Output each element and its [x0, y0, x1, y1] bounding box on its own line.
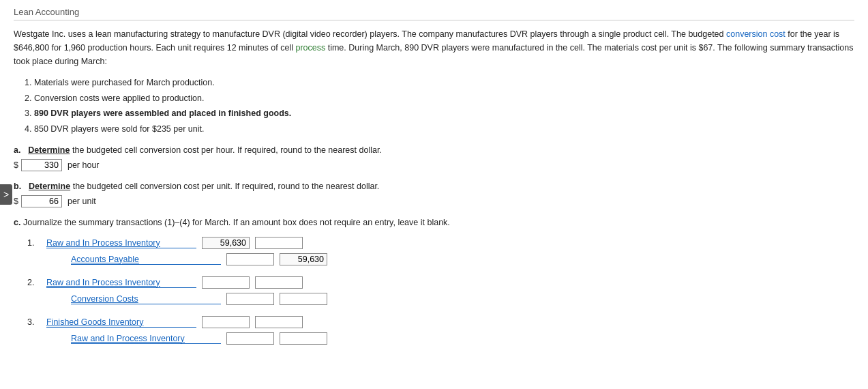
section-a-input[interactable]	[21, 159, 62, 171]
side-arrow[interactable]: >	[0, 184, 12, 205]
intro-text-1: Westgate Inc. uses a lean manufacturing …	[14, 29, 726, 39]
entry-3-credit-input-top[interactable]	[255, 316, 303, 328]
transactions-list: Materials were purchased for March produ…	[34, 75, 854, 136]
journal-entry-2-credit-row: Conversion Costs	[27, 293, 854, 305]
entry-1-debit-input-bottom[interactable]	[226, 253, 274, 265]
intro-paragraph: Westgate Inc. uses a lean manufacturing …	[14, 27, 854, 68]
section-a-label: Determine	[28, 145, 70, 155]
list-item: 850 DVR players were sold for $235 per u…	[34, 121, 854, 137]
entry-2-credit-input-top[interactable]	[255, 276, 303, 289]
list-item: Materials were purchased for March produ…	[34, 75, 854, 91]
entry-2-number: 2.	[27, 278, 46, 287]
entry-2-credit-input[interactable]	[280, 293, 327, 305]
process-link[interactable]: process	[295, 43, 325, 53]
section-c-letter: c.	[14, 218, 20, 227]
journal-entry-3: 3. Finished Goods Inventory Raw and In P…	[27, 316, 854, 345]
entry-2-debit-input-bottom[interactable]	[226, 293, 274, 305]
conversion-cost-link[interactable]: conversion cost	[726, 29, 785, 39]
section-a-letter: a.	[14, 145, 20, 155]
entry-3-debit-input-bottom[interactable]	[226, 332, 274, 345]
section-c-text: Journalize the summary transactions (1)–…	[23, 218, 450, 227]
entry-3-number: 3.	[27, 317, 46, 327]
section-a: a. Determine the budgeted cell conversio…	[14, 145, 854, 171]
section-c: c. Journalize the summary transactions (…	[14, 217, 854, 227]
section-b-letter: b.	[14, 182, 21, 191]
list-item-bold: 890 DVR players were assembled and place…	[34, 109, 291, 118]
entry-1-debit-account: Raw and In Process Inventory	[46, 238, 196, 248]
section-a-dollar: $	[14, 160, 18, 170]
entry-2-credit-account: Conversion Costs	[71, 294, 221, 304]
section-b-text: the budgeted cell conversion cost per un…	[73, 182, 380, 191]
section-a-unit: per hour	[68, 160, 100, 170]
journal-entry-1: 1. Raw and In Process Inventory Accounts…	[27, 237, 854, 265]
journal-entry-1-credit-row: Accounts Payable	[27, 253, 854, 265]
journal-entry-2: 2. Raw and In Process Inventory Conversi…	[27, 276, 854, 305]
list-item: 890 DVR players were assembled and place…	[34, 106, 854, 121]
section-b-label: Determine	[29, 182, 70, 191]
entry-3-credit-input[interactable]	[280, 332, 327, 345]
entry-1-credit-input-top[interactable]	[255, 237, 303, 249]
journal-entry-2-debit-row: 2. Raw and In Process Inventory	[27, 276, 854, 289]
journal-entry-3-debit-row: 3. Finished Goods Inventory	[27, 316, 854, 328]
entry-1-credit-account: Accounts Payable	[71, 255, 221, 265]
section-a-text: the budgeted cell conversion cost per ho…	[72, 145, 382, 155]
section-a-input-row: $ per hour	[14, 159, 854, 171]
entry-1-number: 1.	[27, 238, 46, 248]
journal-entry-1-debit-row: 1. Raw and In Process Inventory	[27, 237, 854, 249]
list-item: Conversion costs were applied to product…	[34, 91, 854, 106]
entry-1-credit-input[interactable]	[280, 253, 327, 265]
entry-3-debit-account: Finished Goods Inventory	[46, 317, 196, 328]
page-header: Lean Accounting	[14, 7, 854, 20]
section-b-dollar: $	[14, 197, 18, 206]
entry-3-credit-account: Raw and In Process Inventory	[71, 334, 221, 344]
section-b-unit: per unit	[68, 197, 96, 206]
entry-1-debit-input[interactable]	[202, 237, 250, 249]
entry-3-debit-input[interactable]	[202, 316, 250, 328]
section-b-input[interactable]	[21, 195, 62, 207]
journal-section: 1. Raw and In Process Inventory Accounts…	[27, 237, 854, 345]
section-b-input-row: $ per unit	[14, 195, 854, 207]
entry-2-debit-account: Raw and In Process Inventory	[46, 278, 196, 288]
entry-2-debit-input[interactable]	[202, 276, 250, 289]
section-b: b. Determine the budgeted cell conversio…	[14, 181, 854, 207]
journal-entry-3-credit-row: Raw and In Process Inventory	[27, 332, 854, 345]
